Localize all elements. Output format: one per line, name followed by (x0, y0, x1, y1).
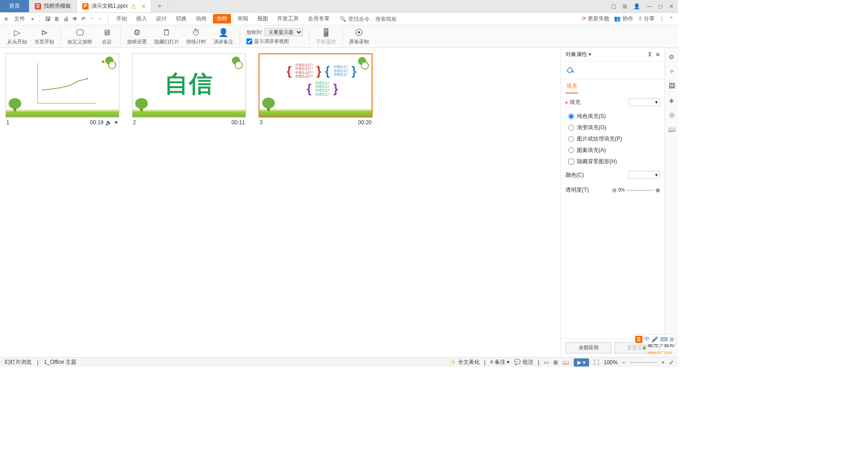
fit-icon[interactable]: ⛶ (594, 359, 599, 366)
effects-icon[interactable]: ◈ (669, 97, 674, 104)
solid-fill-radio[interactable]: 纯色填充(S) (568, 113, 657, 120)
share-button[interactable]: ⇪ 分享 (638, 15, 655, 23)
fullscreen-icon[interactable]: ⤢ (669, 359, 674, 366)
save-icon[interactable]: 🖫 (45, 16, 51, 22)
menu-start[interactable]: 开始 (113, 14, 130, 24)
ppt-icon: P (82, 3, 89, 9)
view-reading-icon[interactable]: 📖 (562, 359, 569, 366)
settings-icon[interactable]: ⚙ (669, 53, 675, 61)
style-icon[interactable]: ✧ (669, 68, 675, 75)
from-start-button[interactable]: ▷从头开始 (5, 27, 30, 46)
location-icon[interactable]: ◎ (669, 111, 675, 118)
search-input[interactable] (348, 16, 402, 22)
fill-dropdown[interactable]: ▾ (628, 98, 660, 106)
grid-icon[interactable]: ⊞ (623, 3, 627, 9)
collapse-icon[interactable]: ⌃ (669, 16, 674, 22)
transparency-slider[interactable]: ⊖ 0% ⊕ (612, 187, 660, 193)
minimize-icon[interactable]: — (646, 3, 652, 9)
saveas-icon[interactable]: 🗎 (54, 16, 60, 22)
maximize-icon[interactable]: ◻ (658, 3, 663, 9)
slide-3-wrap: {自信怎么打?自信怎么打?自信怎么打?自信怎么打?} {自信怎么?自信怎么?自信… (259, 53, 373, 127)
show-to-label: 放映到: (246, 29, 263, 36)
menu-member[interactable]: 会员专享 (305, 14, 332, 24)
beautify-button[interactable]: ✨ 全文美化 (449, 358, 479, 366)
menu-icon[interactable]: ≡ (5, 16, 8, 22)
tab-home[interactable]: 首页 (0, 0, 29, 12)
close-panel-icon[interactable]: ✕ (656, 52, 660, 58)
phone-remote-button[interactable]: 📱手机遥控 (313, 27, 339, 46)
menu-transition[interactable]: 切换 (173, 14, 189, 24)
comment-toggle[interactable]: 💬 批注 (514, 358, 533, 366)
close-icon[interactable]: × (139, 3, 146, 10)
view-normal-icon[interactable]: ▭ (544, 359, 549, 366)
play-circle-icon: ⊳ (41, 28, 48, 38)
sogou-icon: S (635, 336, 642, 343)
plus-icon[interactable]: ⊕ (656, 187, 660, 193)
presenter-label: 显示演讲者视图 (254, 38, 289, 45)
ime-bar[interactable]: S 中 🎤 ⌨ ⊞ (633, 334, 676, 344)
slide-num: 3 (259, 119, 263, 126)
slide-thumb-1[interactable]: ◄ (5, 53, 119, 118)
color-dropdown[interactable]: ▾ (628, 171, 660, 179)
from-page-button[interactable]: ⊳当页开始 (32, 27, 57, 46)
chevron-down-icon[interactable]: ▾ (31, 16, 34, 22)
tab-add[interactable]: ＋ (151, 0, 168, 12)
rehearse-button[interactable]: ⏱排练计时 (184, 27, 209, 46)
monitor-select[interactable]: 主要显示器 (264, 28, 303, 36)
tab-file[interactable]: P 演示文稿1.pptx ⚠ × (77, 0, 151, 12)
slideshow-button[interactable]: ▶ ▾ (574, 358, 589, 367)
menu-insert[interactable]: 插入 (133, 14, 150, 24)
menu-review[interactable]: 审阅 (235, 14, 251, 24)
fill-tab[interactable]: 填充 (566, 80, 578, 94)
pattern-fill-radio[interactable]: 图案填充(A) (568, 146, 657, 154)
zoom-out-icon[interactable]: − (622, 359, 625, 366)
gradient-fill-radio[interactable]: 渐变填充(G) (568, 124, 657, 132)
picture-fill-radio[interactable]: 图片或纹理填充(P) (568, 135, 657, 143)
image-icon[interactable]: 🖼 (669, 82, 675, 89)
notes-toggle[interactable]: ≡ 备注 ▾ (490, 358, 510, 366)
minus-icon[interactable]: ⊖ (612, 187, 617, 193)
zoom-slider[interactable] (630, 362, 657, 363)
transparency-label: 透明度(T) (566, 186, 589, 194)
show-settings-button[interactable]: ⚙放映设置 (124, 27, 150, 46)
slide-time: 00:19 (90, 119, 104, 126)
undo-icon[interactable]: ↶ (81, 16, 86, 22)
slide-thumb-3[interactable]: {自信怎么打?自信怎么打?自信怎么打?自信怎么打?} {自信怎么?自信怎么?自信… (259, 53, 373, 118)
notes-button[interactable]: 👤演讲备注 (211, 27, 236, 46)
slide-thumb-2[interactable]: 自信 (132, 53, 246, 118)
menu-animation[interactable]: 动画 (193, 14, 209, 24)
tab-template[interactable]: D 找稻壳模板 (29, 0, 77, 12)
meeting-button[interactable]: 🖥会议 (97, 27, 117, 46)
presenter-checkbox[interactable] (246, 38, 252, 44)
scissors-icon[interactable]: ✂ (98, 16, 102, 22)
zoom-in-icon[interactable]: + (661, 359, 665, 366)
sound-icon: 🔈 (105, 119, 112, 126)
search-box[interactable]: 🔍 (340, 16, 402, 22)
user-icon[interactable]: 👤 (633, 3, 640, 9)
redo-icon[interactable]: ↷ (90, 16, 94, 22)
record-button[interactable]: ⦿屏幕录制 (346, 27, 372, 46)
chart (38, 63, 96, 103)
print-icon[interactable]: 🖨 (63, 16, 69, 22)
view-sorter-icon[interactable]: ⊞ (553, 359, 558, 366)
more-icon[interactable]: ⋮ (659, 16, 665, 22)
menu-design[interactable]: 设计 (153, 14, 170, 24)
hide-slide-button[interactable]: 🗒隐藏幻灯片 (151, 27, 182, 46)
paint-bucket-icon[interactable] (566, 65, 575, 74)
fill-section-label[interactable]: ▸ 填充 (566, 99, 580, 106)
custom-show-button[interactable]: 🖵自定义放映 (65, 27, 95, 46)
update-fail[interactable]: ⟳ 更新失败 (582, 15, 609, 23)
close-window-icon[interactable]: ✕ (669, 3, 674, 9)
hide-bg-checkbox[interactable]: 隐藏背景图形(H) (568, 158, 657, 165)
collab-button[interactable]: 👥 协作 (614, 15, 633, 23)
file-menu[interactable]: 文件 (11, 14, 28, 24)
menu-view[interactable]: 视图 (255, 14, 271, 24)
read-icon[interactable]: 📖 (668, 126, 675, 133)
menu-slideshow[interactable]: 放映 (213, 14, 231, 24)
play-icon: ▷ (14, 28, 20, 38)
apply-all-button[interactable]: 全部应用 (566, 342, 612, 353)
pin-icon[interactable]: ⊼ (648, 52, 652, 58)
menu-dev[interactable]: 开发工具 (274, 14, 302, 24)
layout-icon[interactable]: ▢ (611, 3, 616, 9)
preview-icon[interactable]: 👁 (72, 16, 78, 22)
